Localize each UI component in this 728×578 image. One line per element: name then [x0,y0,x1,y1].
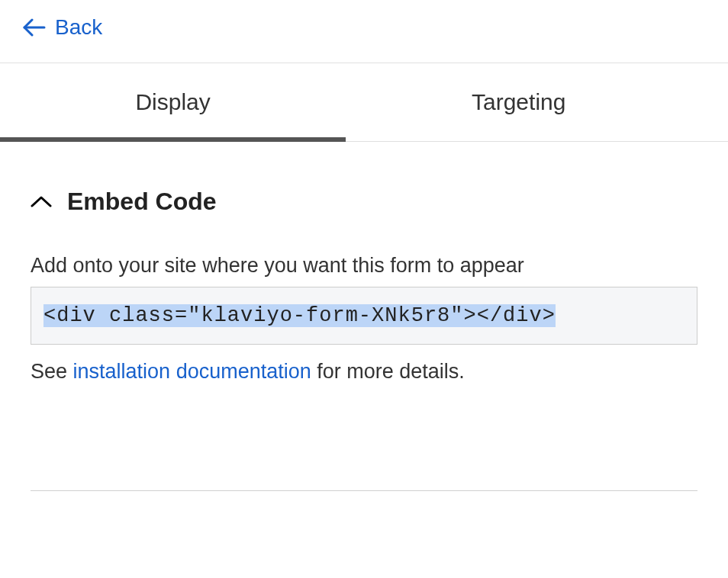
chevron-up-icon [31,195,52,209]
help-text: See installation documentation for more … [31,360,697,384]
section-title: Embed Code [67,188,217,216]
divider [31,490,697,491]
content-area: Embed Code Add onto your site where you … [0,142,728,414]
help-suffix: for more details. [311,360,465,383]
back-label: Back [55,15,102,40]
tab-targeting[interactable]: Targeting [346,63,691,141]
tab-label: Targeting [472,89,565,114]
installation-docs-link[interactable]: installation documentation [73,360,311,383]
code-box[interactable]: <div class="klaviyo-form-XNk5r8"></div> [31,287,697,345]
embed-code: <div class="klaviyo-form-XNk5r8"></div> [43,304,556,327]
tab-label: Display [135,89,210,114]
tabs: Display Targeting [0,63,728,142]
help-prefix: See [31,360,73,383]
section-toggle[interactable]: Embed Code [31,188,697,216]
instruction-text: Add onto your site where you want this f… [31,254,697,278]
tab-display[interactable]: Display [0,63,346,141]
back-button[interactable]: Back [0,0,728,63]
arrow-left-icon [23,18,46,37]
